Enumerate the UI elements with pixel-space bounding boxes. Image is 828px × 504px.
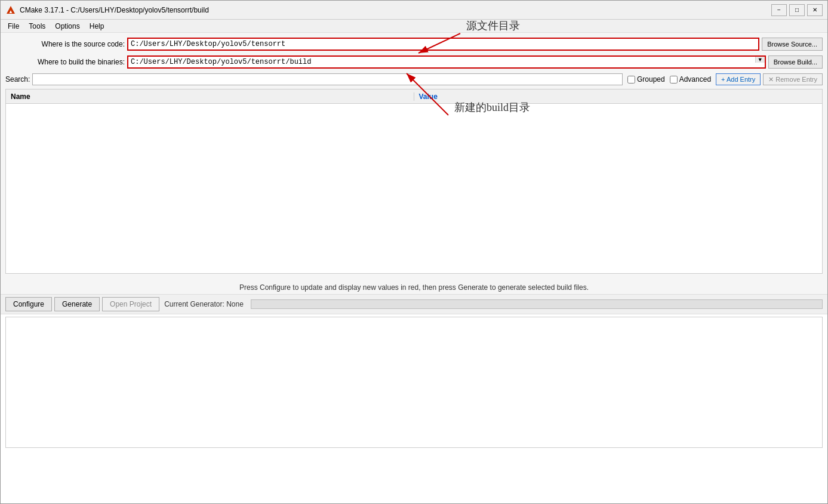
bottom-toolbar: Configure Generate Open Project Current … bbox=[1, 294, 827, 314]
advanced-checkbox[interactable] bbox=[670, 76, 678, 84]
generate-button[interactable]: Generate bbox=[54, 297, 100, 311]
progress-bar bbox=[251, 299, 823, 309]
toolbar-row: Search: Grouped Advanced + Add Entry ✕ R… bbox=[5, 72, 823, 86]
table-value-header: Value bbox=[414, 92, 823, 101]
table-header: Name Value bbox=[6, 89, 822, 104]
search-input[interactable] bbox=[32, 73, 623, 85]
remove-entry-button[interactable]: ✕ Remove Entry bbox=[763, 73, 823, 85]
menu-file[interactable]: File bbox=[3, 21, 24, 32]
window-title: CMake 3.17.1 - C:/Users/LHY/Desktop/yolo… bbox=[20, 6, 771, 14]
app-window: ▲ CMake 3.17.1 - C:/Users/LHY/Desktop/yo… bbox=[0, 0, 828, 504]
add-entry-button[interactable]: + Add Entry bbox=[716, 73, 761, 85]
table-body bbox=[6, 104, 822, 273]
log-area[interactable] bbox=[5, 317, 823, 448]
build-label: Where to build the binaries: bbox=[5, 58, 125, 66]
status-message: Press Configure to update and display ne… bbox=[1, 281, 827, 294]
table-name-header: Name bbox=[6, 92, 414, 101]
svg-text:▲: ▲ bbox=[8, 9, 13, 14]
build-combo-arrow[interactable]: ▼ bbox=[755, 57, 765, 63]
advanced-checkbox-label[interactable]: Advanced bbox=[670, 75, 711, 84]
search-label: Search: bbox=[5, 75, 30, 84]
config-table: Name Value bbox=[5, 89, 823, 274]
build-path-text[interactable]: C:/Users/LHY/Desktop/yolov5/tensorrt/bui… bbox=[128, 57, 755, 67]
source-input-wrapper bbox=[127, 38, 759, 51]
window-controls: − □ ✕ bbox=[771, 4, 823, 16]
menu-help[interactable]: Help bbox=[85, 21, 109, 32]
open-project-button: Open Project bbox=[102, 297, 159, 311]
menu-options[interactable]: Options bbox=[50, 21, 84, 32]
close-button[interactable]: ✕ bbox=[807, 4, 823, 16]
grouped-checkbox[interactable] bbox=[627, 76, 635, 84]
configure-button[interactable]: Configure bbox=[5, 297, 52, 311]
source-row: Where is the source code: Browse Source.… bbox=[5, 36, 823, 52]
main-content: Where is the source code: Browse Source.… bbox=[1, 33, 827, 281]
build-input-wrapper: C:/Users/LHY/Desktop/yolov5/tensorrt/bui… bbox=[127, 55, 766, 69]
minimize-button[interactable]: − bbox=[771, 4, 787, 16]
browse-build-button[interactable]: Browse Build... bbox=[768, 55, 823, 69]
source-label: Where is the source code: bbox=[5, 40, 125, 48]
browse-source-button[interactable]: Browse Source... bbox=[762, 38, 823, 51]
menu-tools[interactable]: Tools bbox=[24, 21, 50, 32]
maximize-button[interactable]: □ bbox=[789, 4, 805, 16]
build-row: Where to build the binaries: C:/Users/LH… bbox=[5, 54, 823, 70]
generator-text: Current Generator: None bbox=[164, 300, 244, 308]
menu-bar: File Tools Options Help bbox=[1, 20, 827, 33]
grouped-checkbox-label[interactable]: Grouped bbox=[627, 75, 665, 84]
source-input[interactable] bbox=[127, 38, 759, 51]
app-icon: ▲ bbox=[5, 5, 16, 16]
title-bar: ▲ CMake 3.17.1 - C:/Users/LHY/Desktop/yo… bbox=[1, 1, 827, 20]
